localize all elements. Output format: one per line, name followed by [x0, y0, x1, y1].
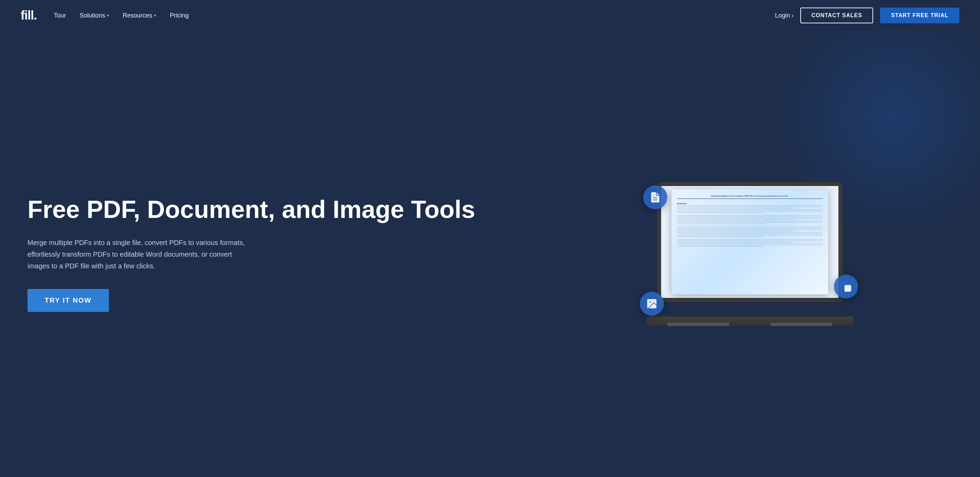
laptop-illustration: Recommendations for the creation of PDF … — [647, 182, 853, 326]
logo[interactable]: fill. — [21, 8, 37, 23]
try-it-now-button[interactable]: TRY IT NOW — [27, 289, 109, 312]
svg-rect-2 — [844, 285, 851, 292]
screen-inner: Recommendations for the creation of PDF … — [661, 186, 838, 298]
pdf-intro-heading: Introduction — [677, 203, 822, 204]
chevron-down-icon: ▾ — [107, 13, 109, 18]
laptop-foot-right — [770, 323, 832, 326]
laptop-screen: Recommendations for the creation of PDF … — [657, 182, 843, 302]
pdf-document-title: Recommendations for the creation of PDF … — [677, 195, 822, 197]
nav-tour[interactable]: Tour — [54, 12, 66, 19]
nav-links: Tour Solutions ▾ Resources ▾ Pricing — [54, 12, 775, 19]
nav-resources[interactable]: Resources ▾ — [123, 12, 156, 19]
hero-subtitle: Merge multiple PDFs into a single file, … — [27, 237, 247, 272]
svg-point-4 — [649, 301, 651, 303]
nav-pricing[interactable]: Pricing — [170, 12, 189, 19]
pdf-bubble-mid — [834, 274, 858, 299]
start-trial-button[interactable]: START FREE TRIAL — [880, 8, 959, 23]
pdf-bubble-top — [643, 185, 667, 209]
contact-sales-button[interactable]: CONTACT SALES — [800, 8, 873, 23]
chevron-down-icon: ▾ — [154, 13, 156, 18]
navbar: fill. Tour Solutions ▾ Resources ▾ Prici… — [0, 0, 980, 31]
pdf-preview: Recommendations for the creation of PDF … — [671, 189, 828, 295]
laptop-base — [647, 316, 853, 326]
laptop-foot-left — [667, 323, 729, 326]
login-link[interactable]: Login › — [775, 12, 794, 19]
hero-content: Free PDF, Document, and Image Tools Merg… — [27, 196, 540, 312]
nav-right: Login › CONTACT SALES START FREE TRIAL — [775, 8, 959, 23]
image-icon — [646, 298, 658, 310]
pdf-bubble-bottom — [640, 292, 664, 316]
hero-image: Recommendations for the creation of PDF … — [540, 182, 959, 326]
nav-solutions[interactable]: Solutions ▾ — [80, 12, 109, 19]
hero-section: Free PDF, Document, and Image Tools Merg… — [0, 31, 980, 477]
hero-title: Free PDF, Document, and Image Tools — [27, 196, 540, 223]
document-icon — [649, 191, 662, 203]
copy-icon — [840, 280, 852, 293]
